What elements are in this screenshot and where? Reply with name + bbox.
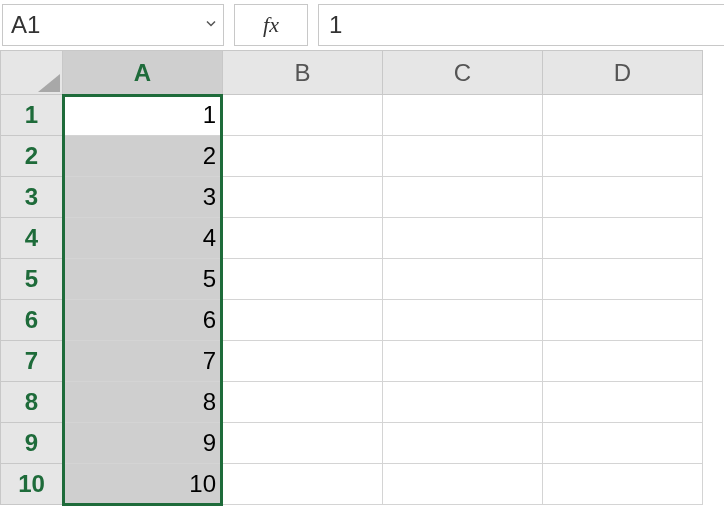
cell-value: 7 <box>203 347 216 374</box>
row-header-8[interactable]: 8 <box>1 382 63 423</box>
cell-A2[interactable]: 2 <box>63 136 223 177</box>
cell-B3[interactable] <box>223 177 383 218</box>
row-header-label: 4 <box>25 224 38 251</box>
row-header-label: 5 <box>25 265 38 292</box>
row-header-label: 2 <box>25 142 38 169</box>
cell-C3[interactable] <box>383 177 543 218</box>
row-header-10[interactable]: 10 <box>1 464 63 505</box>
row-header-9[interactable]: 9 <box>1 423 63 464</box>
fx-label: fx <box>263 12 279 38</box>
formula-input[interactable]: 1 <box>318 4 724 46</box>
cell-A6[interactable]: 6 <box>63 300 223 341</box>
cell-C6[interactable] <box>383 300 543 341</box>
formula-bar: A1 fx 1 <box>0 0 726 50</box>
cell-A7[interactable]: 7 <box>63 341 223 382</box>
cell-value: 4 <box>203 224 216 251</box>
row-header-label: 1 <box>25 101 38 128</box>
cell-C9[interactable] <box>383 423 543 464</box>
column-header-C[interactable]: C <box>383 51 543 95</box>
cell-D10[interactable] <box>543 464 703 505</box>
cell-value: 2 <box>203 142 216 169</box>
cell-C10[interactable] <box>383 464 543 505</box>
row-header-label: 9 <box>25 429 38 456</box>
row-header-2[interactable]: 2 <box>1 136 63 177</box>
cell-A4[interactable]: 4 <box>63 218 223 259</box>
cell-B2[interactable] <box>223 136 383 177</box>
row-header-4[interactable]: 4 <box>1 218 63 259</box>
cell-C1[interactable] <box>383 95 543 136</box>
row-header-label: 8 <box>25 388 38 415</box>
spreadsheet-grid: A B C D 1 1 2 2 3 3 <box>0 50 726 505</box>
column-header-A[interactable]: A <box>63 51 223 95</box>
cell-B10[interactable] <box>223 464 383 505</box>
name-box[interactable]: A1 <box>2 4 224 46</box>
row-header-label: 3 <box>25 183 38 210</box>
cell-A3[interactable]: 3 <box>63 177 223 218</box>
cell-D7[interactable] <box>543 341 703 382</box>
cell-value: 9 <box>203 429 216 456</box>
cell-B9[interactable] <box>223 423 383 464</box>
fx-button[interactable]: fx <box>234 4 308 46</box>
chevron-down-icon[interactable] <box>205 18 217 33</box>
column-header-label: C <box>454 59 471 86</box>
row-header-7[interactable]: 7 <box>1 341 63 382</box>
cell-C4[interactable] <box>383 218 543 259</box>
cell-A10[interactable]: 10 <box>63 464 223 505</box>
column-header-B[interactable]: B <box>223 51 383 95</box>
cell-D1[interactable] <box>543 95 703 136</box>
cell-A8[interactable]: 8 <box>63 382 223 423</box>
cell-value: 10 <box>189 470 216 497</box>
cell-value: 3 <box>203 183 216 210</box>
row-header-1[interactable]: 1 <box>1 95 63 136</box>
cell-C8[interactable] <box>383 382 543 423</box>
cell-C2[interactable] <box>383 136 543 177</box>
column-header-D[interactable]: D <box>543 51 703 95</box>
cell-B6[interactable] <box>223 300 383 341</box>
cell-C7[interactable] <box>383 341 543 382</box>
cell-A5[interactable]: 5 <box>63 259 223 300</box>
row-header-label: 7 <box>25 347 38 374</box>
row-header-5[interactable]: 5 <box>1 259 63 300</box>
column-header-label: D <box>614 59 631 86</box>
cell-A9[interactable]: 9 <box>63 423 223 464</box>
row-header-label: 10 <box>18 470 45 497</box>
column-header-label: A <box>134 59 151 86</box>
row-header-6[interactable]: 6 <box>1 300 63 341</box>
cell-D9[interactable] <box>543 423 703 464</box>
formula-value: 1 <box>329 11 342 39</box>
row-header-label: 6 <box>25 306 38 333</box>
cell-D2[interactable] <box>543 136 703 177</box>
cell-value: 6 <box>203 306 216 333</box>
cell-C5[interactable] <box>383 259 543 300</box>
cell-A1[interactable]: 1 <box>63 95 223 136</box>
cell-D6[interactable] <box>543 300 703 341</box>
cell-D3[interactable] <box>543 177 703 218</box>
cell-value: 8 <box>203 388 216 415</box>
cell-B4[interactable] <box>223 218 383 259</box>
cell-value: 5 <box>203 265 216 292</box>
cell-B1[interactable] <box>223 95 383 136</box>
column-header-label: B <box>294 59 310 86</box>
name-box-value: A1 <box>11 11 40 39</box>
cell-D4[interactable] <box>543 218 703 259</box>
cell-B7[interactable] <box>223 341 383 382</box>
cell-B5[interactable] <box>223 259 383 300</box>
cell-D8[interactable] <box>543 382 703 423</box>
row-header-3[interactable]: 3 <box>1 177 63 218</box>
select-all-corner[interactable] <box>1 51 63 95</box>
cell-D5[interactable] <box>543 259 703 300</box>
cell-value: 1 <box>203 101 216 128</box>
cell-B8[interactable] <box>223 382 383 423</box>
